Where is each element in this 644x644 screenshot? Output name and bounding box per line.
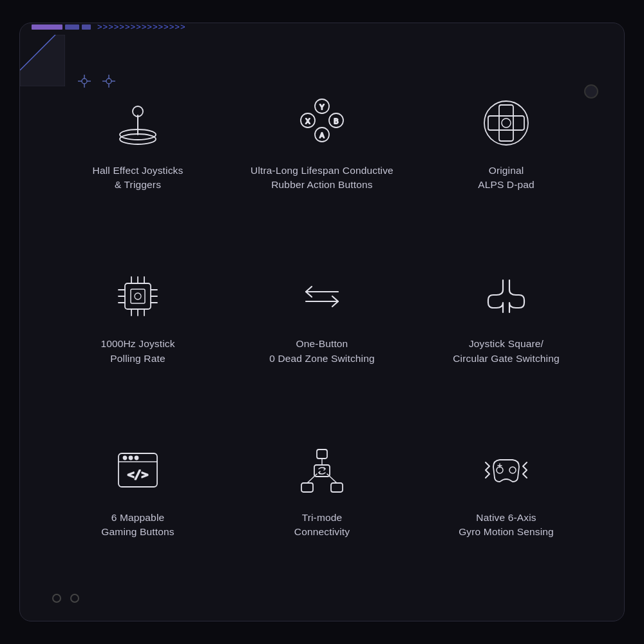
svg-point-48	[124, 456, 127, 459]
bottom-dots	[52, 594, 79, 603]
code-icon: </>	[109, 441, 167, 499]
bar-purple	[32, 24, 62, 30]
svg-point-8	[106, 79, 111, 84]
feature-trimode: Tri-modeConnectivity	[230, 428, 414, 601]
gate-switching-label: Joystick Square/Circular Gate Switching	[453, 337, 560, 366]
chevron-decoration: >>>>>>>>>>>>>>>>	[97, 22, 185, 32]
dot-top-right	[584, 84, 598, 99]
crosshair-icon-1	[78, 75, 91, 91]
svg-rect-54	[301, 483, 313, 492]
svg-text:</>: </>	[128, 468, 149, 481]
svg-text:A: A	[319, 131, 325, 139]
mappable-label: 6 MappableGaming Buttons	[101, 511, 174, 540]
trimode-label: Tri-modeConnectivity	[294, 511, 350, 540]
svg-rect-30	[131, 289, 145, 303]
svg-point-13	[120, 134, 156, 144]
svg-point-49	[129, 456, 133, 459]
gyro-label: Native 6-AxisGyro Motion Sensing	[459, 511, 554, 540]
main-panel: >>>>>>>>>>>>>>>>	[19, 23, 625, 621]
svg-point-28	[502, 118, 511, 128]
svg-point-31	[135, 293, 141, 299]
svg-line-57	[307, 474, 317, 483]
bar-small	[82, 24, 91, 30]
svg-point-50	[135, 456, 138, 459]
svg-point-3	[82, 79, 87, 84]
feature-dead-zone: One-Button0 Dead Zone Switching	[230, 254, 414, 428]
feature-gate-switching: Joystick Square/Circular Gate Switching	[414, 254, 598, 428]
joystick-icon	[109, 94, 167, 152]
svg-rect-55	[331, 483, 343, 492]
feature-hall-effect: Hall Effect Joysticks& Triggers	[46, 81, 230, 254]
polling-rate-label: 1000Hz JoystickPolling Rate	[100, 337, 175, 366]
bar-blue	[65, 24, 79, 30]
dead-zone-label: One-Button0 Dead Zone Switching	[269, 337, 375, 366]
svg-line-58	[327, 474, 337, 483]
svg-text:B: B	[334, 117, 338, 125]
chip-icon	[109, 267, 167, 325]
face-buttons-icon: Y X B A	[293, 94, 351, 152]
svg-rect-52	[317, 450, 327, 459]
gyro-icon	[477, 441, 535, 499]
corner-fold	[20, 35, 65, 86]
features-grid: Hall Effect Joysticks& Triggers Y X B A	[46, 43, 598, 601]
feature-polling-rate: 1000Hz JoystickPolling Rate	[46, 254, 230, 428]
hall-effect-label: Hall Effect Joysticks& Triggers	[93, 164, 184, 193]
feature-dpad: OriginalALPS D-pad	[414, 81, 598, 254]
svg-text:X: X	[305, 117, 310, 125]
dpad-label: OriginalALPS D-pad	[478, 164, 535, 193]
bottom-dot-1	[52, 594, 61, 603]
rubber-buttons-label: Ultra-Long Lifespan ConductiveRubber Act…	[251, 164, 393, 193]
connectivity-icon	[293, 441, 351, 499]
feature-rubber-buttons: Y X B A Ultra-Long Lifespan ConductiveRu…	[230, 81, 414, 254]
top-bar: >>>>>>>>>>>>>>>>	[20, 22, 185, 32]
gate-icon	[477, 267, 535, 325]
svg-text:Y: Y	[319, 103, 325, 111]
bottom-dot-2	[70, 594, 79, 603]
crosshairs-decoration	[78, 75, 115, 91]
crosshair-icon-2	[102, 75, 115, 91]
dpad-icon	[477, 94, 535, 152]
svg-rect-29	[125, 283, 151, 309]
feature-gyro: Native 6-AxisGyro Motion Sensing	[414, 428, 598, 601]
feature-mappable: </> 6 MappableGaming Buttons	[46, 428, 230, 601]
arrows-icon	[293, 267, 351, 325]
svg-point-60	[509, 467, 516, 473]
